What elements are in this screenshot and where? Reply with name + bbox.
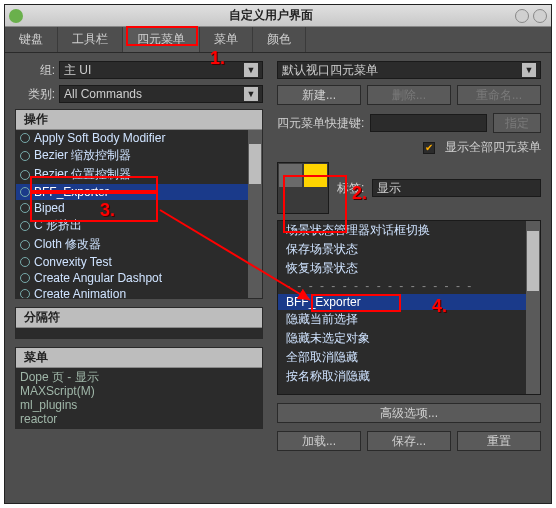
- menu-list[interactable]: Dope 页 - 显示 MAXScript(M) ml_plugins reac…: [16, 368, 262, 428]
- list-item: Cloth 修改器: [16, 235, 262, 254]
- rename-button[interactable]: 重命名...: [457, 85, 541, 105]
- tab-toolbars[interactable]: 工具栏: [58, 27, 123, 52]
- list-item: Bezier 位置控制器: [16, 165, 262, 184]
- list-item: Biped: [16, 200, 262, 216]
- window-title: 自定义用户界面: [31, 7, 511, 24]
- load-button[interactable]: 加载...: [277, 431, 361, 451]
- list-item[interactable]: 全部取消隐藏: [278, 348, 540, 367]
- list-item[interactable]: ml_plugins: [20, 398, 258, 412]
- separator-row: - - - - - - - - - - - - - - - - -: [278, 278, 540, 294]
- showall-label: 显示全部四元菜单: [445, 139, 541, 156]
- titlebar: 自定义用户界面: [5, 5, 551, 27]
- operations-list[interactable]: Apply Soft Body Modifier Bezier 缩放控制器 Be…: [16, 130, 262, 298]
- save-button[interactable]: 保存...: [367, 431, 451, 451]
- quad-bl[interactable]: [278, 188, 303, 213]
- operations-panel: 操作 Apply Soft Body Modifier Bezier 缩放控制器…: [15, 109, 263, 299]
- separator-body: [16, 328, 262, 338]
- tab-bar: 键盘 工具栏 四元菜单 菜单 颜色: [5, 27, 551, 53]
- quad-items-list[interactable]: 场景状态管理器对话框切换 保存场景状态 恢复场景状态 - - - - - - -…: [277, 220, 541, 395]
- tab-menus[interactable]: 菜单: [200, 27, 253, 52]
- quad-br[interactable]: [303, 188, 328, 213]
- tab-keyboard[interactable]: 键盘: [5, 27, 58, 52]
- delete-button[interactable]: 删除...: [367, 85, 451, 105]
- menu-panel: 菜单 Dope 页 - 显示 MAXScript(M) ml_plugins r…: [15, 347, 263, 429]
- scrollbar[interactable]: [248, 130, 262, 298]
- list-item[interactable]: 隐藏当前选择: [278, 310, 540, 329]
- scrollbar-thumb[interactable]: [249, 144, 261, 184]
- operations-header: 操作: [16, 110, 262, 130]
- scrollbar-thumb[interactable]: [527, 231, 539, 291]
- scrollbar[interactable]: [526, 221, 540, 394]
- list-item: Create Animation: [16, 286, 262, 298]
- separator-panel: 分隔符: [15, 307, 263, 339]
- action-icon: [20, 133, 30, 143]
- action-icon: [20, 221, 30, 231]
- showall-checkbox[interactable]: ✔: [423, 142, 435, 154]
- action-icon: [20, 240, 30, 250]
- list-item: Apply Soft Body Modifier: [16, 130, 262, 146]
- quad-tl[interactable]: [278, 163, 303, 188]
- list-item[interactable]: reactor: [20, 412, 258, 426]
- hotkey-label: 四元菜单快捷键:: [277, 115, 364, 132]
- dropdown-arrow-icon: ▼: [522, 63, 536, 77]
- list-item[interactable]: Dope 页 - 显示: [20, 370, 258, 384]
- new-button[interactable]: 新建...: [277, 85, 361, 105]
- menu-header: 菜单: [16, 348, 262, 368]
- list-item: Convexity Test: [16, 254, 262, 270]
- dropdown-arrow-icon: ▼: [244, 63, 258, 77]
- hotkey-input[interactable]: [370, 114, 487, 132]
- list-item-selected[interactable]: BFF_Exporter: [278, 294, 540, 310]
- list-item[interactable]: reactor - Apply Modifier: [20, 426, 258, 428]
- list-item: Bezier 缩放控制器: [16, 146, 262, 165]
- customize-ui-window: 自定义用户界面 键盘 工具栏 四元菜单 菜单 颜色 组: 主 UI ▼ 类别: …: [4, 4, 552, 504]
- reset-button[interactable]: 重置: [457, 431, 541, 451]
- list-item-selected: BFF_Exporter: [16, 184, 262, 200]
- category-select[interactable]: All Commands ▼: [59, 85, 263, 103]
- action-icon: [20, 203, 30, 213]
- app-icon: [9, 9, 23, 23]
- group-label: 组:: [15, 62, 55, 79]
- tab-colors[interactable]: 颜色: [253, 27, 306, 52]
- action-icon: [20, 289, 30, 298]
- category-value: All Commands: [64, 87, 142, 101]
- list-item[interactable]: 隐藏未选定对象: [278, 329, 540, 348]
- group-select[interactable]: 主 UI ▼: [59, 61, 263, 79]
- list-item[interactable]: MAXScript(M): [20, 384, 258, 398]
- target-value: 默认视口四元菜单: [282, 62, 378, 79]
- tab-quad-menus[interactable]: 四元菜单: [123, 27, 200, 52]
- action-icon: [20, 187, 30, 197]
- list-item[interactable]: 按名称取消隐藏: [278, 367, 540, 386]
- action-icon: [20, 151, 30, 161]
- action-icon: [20, 257, 30, 267]
- close-button[interactable]: [533, 9, 547, 23]
- action-icon: [20, 170, 30, 180]
- category-label: 类别:: [15, 86, 55, 103]
- separator-header: 分隔符: [16, 308, 262, 328]
- tag-label: 标签:: [337, 180, 364, 197]
- list-item: Create Angular Dashpot: [16, 270, 262, 286]
- list-item[interactable]: 保存场景状态: [278, 240, 540, 259]
- list-item[interactable]: 场景状态管理器对话框切换: [278, 221, 540, 240]
- tag-input[interactable]: 显示: [372, 179, 541, 197]
- list-item: C 形挤出: [16, 216, 262, 235]
- minimize-button[interactable]: [515, 9, 529, 23]
- assign-button[interactable]: 指定: [493, 113, 541, 133]
- target-quad-select[interactable]: 默认视口四元菜单 ▼: [277, 61, 541, 79]
- quad-selector[interactable]: [277, 162, 329, 214]
- quad-tr[interactable]: [303, 163, 328, 188]
- separator-row: - - - - - - - - - - - - - - - - -: [278, 386, 540, 395]
- dropdown-arrow-icon: ▼: [244, 87, 258, 101]
- action-icon: [20, 273, 30, 283]
- advanced-button[interactable]: 高级选项...: [277, 403, 541, 423]
- list-item[interactable]: 恢复场景状态: [278, 259, 540, 278]
- group-value: 主 UI: [64, 62, 91, 79]
